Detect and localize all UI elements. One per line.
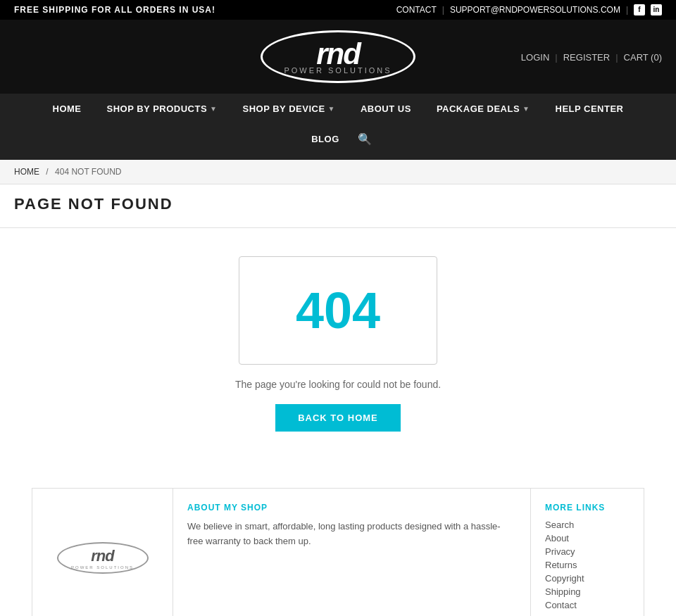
back-to-home-button[interactable]: BACK TO HOME — [275, 404, 401, 432]
header-sep: | — [555, 51, 557, 62]
page-title: PAGE NOT FOUND — [14, 195, 662, 213]
footer-link-copyright[interactable]: Copyright — [545, 573, 630, 584]
footer-link-returns[interactable]: Returns — [545, 560, 630, 570]
footer-link-privacy[interactable]: Privacy — [545, 546, 630, 557]
breadcrumb: HOME / 404 NOT FOUND — [0, 160, 676, 184]
footer-link-shipping[interactable]: Shipping — [545, 586, 630, 597]
error-box: 404 — [239, 256, 437, 365]
footer-link-about[interactable]: About — [545, 533, 630, 543]
chevron-down-icon: ▼ — [328, 105, 335, 113]
error-number: 404 — [296, 285, 380, 336]
header-actions: LOGIN | REGISTER | CART (0) — [521, 51, 662, 62]
instagram-icon[interactable]: in — [651, 4, 662, 15]
footer-logo-oval: rnd power solutions — [57, 542, 149, 574]
top-bar-right: CONTACT | SUPPORT@RNDPOWERSOLUTIONS.COM … — [396, 4, 662, 15]
page-title-section: PAGE NOT FOUND — [0, 184, 676, 228]
logo[interactable]: rnd power solutions — [261, 30, 415, 83]
footer: rnd power solutions ABOUT MY SHOP We bel… — [32, 488, 644, 616]
separator1: | — [442, 5, 444, 15]
footer-links-col: MORE LINKS Search About Privacy Returns … — [531, 489, 644, 616]
footer-about-heading: ABOUT MY SHOP — [187, 503, 516, 513]
free-shipping-text: FREE SHIPPING FOR ALL ORDERS IN USA! — [14, 5, 215, 15]
cart-link[interactable]: CART (0) — [624, 51, 662, 62]
footer-link-search[interactable]: Search — [545, 520, 630, 530]
logo-oval: rnd power solutions — [261, 30, 415, 83]
login-link[interactable]: LOGIN — [521, 51, 549, 62]
header: rnd power solutions LOGIN | REGISTER | C… — [0, 20, 676, 94]
logo-text-rnd: rnd — [284, 39, 392, 69]
footer-links-heading: MORE LINKS — [545, 503, 630, 513]
footer-about-col: ABOUT MY SHOP We believe in smart, affor… — [173, 489, 531, 616]
separator2: | — [626, 5, 628, 15]
contact-link[interactable]: CONTACT — [396, 5, 437, 15]
email-link[interactable]: SUPPORT@RNDPOWERSOLUTIONS.COM — [450, 5, 620, 15]
breadcrumb-separator: / — [46, 167, 48, 177]
error-message: The page you're looking for could not be… — [235, 379, 441, 390]
breadcrumb-current: 404 NOT FOUND — [55, 167, 121, 177]
logo-text-sub: power solutions — [284, 66, 392, 75]
nav-package-deals[interactable]: PACKAGE DEALS ▼ — [424, 94, 543, 124]
footer-top: rnd power solutions ABOUT MY SHOP We bel… — [32, 489, 644, 616]
chevron-down-icon: ▼ — [210, 105, 217, 113]
footer-logo-col: rnd power solutions — [32, 489, 173, 616]
nav-shop-device[interactable]: SHOP BY DEVICE ▼ — [230, 94, 348, 124]
error-section: 404 The page you're looking for could no… — [0, 228, 676, 460]
nav-help[interactable]: HELP CENTER — [543, 94, 637, 124]
header-sep2: | — [615, 51, 618, 62]
search-icon[interactable]: 🔍 — [352, 127, 377, 151]
top-bar: FREE SHIPPING FOR ALL ORDERS IN USA! CON… — [0, 0, 676, 20]
register-link[interactable]: REGISTER — [563, 51, 610, 62]
footer-link-contact[interactable]: Contact — [545, 600, 630, 610]
chevron-down-icon: ▼ — [522, 105, 530, 113]
nav-home[interactable]: HOME — [40, 94, 94, 124]
main-nav: HOME SHOP BY PRODUCTS ▼ SHOP BY DEVICE ▼… — [0, 94, 676, 124]
footer-about-text: We believe in smart, affordable, long la… — [187, 520, 516, 549]
breadcrumb-home[interactable]: HOME — [14, 167, 39, 177]
nav-row2: BLOG 🔍 — [0, 124, 676, 160]
nav-blog[interactable]: BLOG — [299, 124, 352, 154]
nav-shop-products[interactable]: SHOP BY PRODUCTS ▼ — [94, 94, 230, 124]
nav-about[interactable]: ABOUT US — [348, 94, 424, 124]
facebook-icon[interactable]: f — [634, 4, 645, 15]
